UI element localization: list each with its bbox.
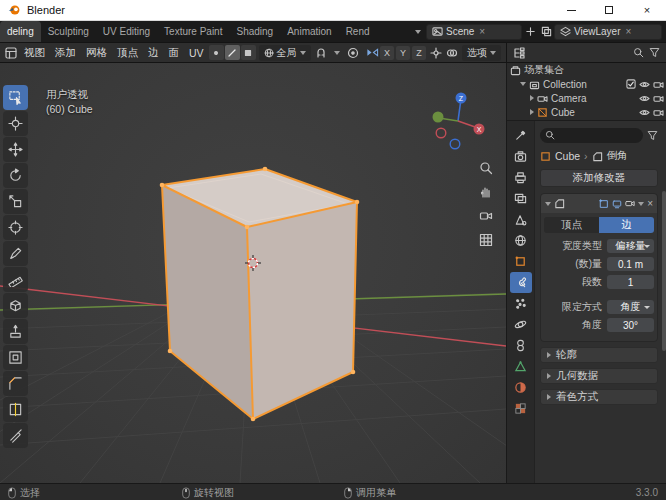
properties-search-input[interactable] <box>540 128 643 143</box>
menu-add[interactable]: 添加 <box>50 46 81 60</box>
render-visibility-camera-icon[interactable] <box>653 94 664 103</box>
outliner-editor-type-icon[interactable] <box>511 45 527 61</box>
properties-tab-physics[interactable] <box>510 314 532 335</box>
properties-tab-scene[interactable] <box>510 209 532 230</box>
workspace-tab-texture-paint[interactable]: Texture Paint <box>157 21 229 42</box>
toggle-realtime-icon[interactable] <box>612 199 622 209</box>
gizmo-y-axis[interactable] <box>433 112 444 123</box>
new-scene-icon[interactable] <box>522 24 538 40</box>
navigation-gizmo[interactable]: Z X <box>428 89 492 153</box>
hide-eye-icon[interactable] <box>639 80 650 89</box>
menu-face[interactable]: 面 <box>164 46 185 60</box>
properties-tab-constraints[interactable] <box>510 335 532 356</box>
exclude-checkbox-icon[interactable] <box>626 79 636 89</box>
tool-rotate[interactable] <box>3 163 28 188</box>
pan-hand-icon[interactable] <box>479 185 493 199</box>
snap-settings-icon[interactable] <box>329 45 345 61</box>
outliner-row-cube[interactable]: Cube <box>527 105 666 119</box>
tool-add-cube[interactable] <box>3 293 28 318</box>
properties-tab-object[interactable] <box>510 251 532 272</box>
properties-tab-world[interactable] <box>510 230 532 251</box>
hide-eye-icon[interactable] <box>639 94 650 103</box>
tool-knife[interactable] <box>3 423 28 448</box>
outliner-search-icon[interactable] <box>630 45 646 61</box>
properties-tab-tool[interactable] <box>510 125 532 146</box>
3d-viewport[interactable]: 用户透视 (60) Cube <box>0 63 506 483</box>
vertex-select-mode-button[interactable] <box>209 45 224 60</box>
render-visibility-camera-icon[interactable] <box>653 108 664 117</box>
menu-edge[interactable]: 边 <box>143 46 164 60</box>
modifier-close-icon[interactable]: × <box>647 198 653 209</box>
properties-tab-render[interactable] <box>510 146 532 167</box>
workspace-tab-shading[interactable]: Shading <box>229 21 280 42</box>
scene-selector[interactable]: Scene × <box>426 24 522 40</box>
grid-toggle-icon[interactable] <box>479 233 493 247</box>
properties-tab-modifiers[interactable] <box>510 272 532 293</box>
toggle-edit-mode-icon[interactable] <box>599 199 609 209</box>
render-visibility-camera-icon[interactable] <box>653 80 664 89</box>
toggle-render-icon[interactable] <box>625 199 635 209</box>
add-modifier-button[interactable]: 添加修改器 <box>540 169 658 187</box>
transform-orientation-dropdown[interactable]: 全局 <box>259 45 311 61</box>
outliner-scene-collection[interactable]: 场景集合 <box>507 63 666 77</box>
overlays-toggle-icon[interactable] <box>444 45 460 61</box>
tool-transform[interactable] <box>3 215 28 240</box>
gizmo-negative-z-axis[interactable] <box>450 139 460 149</box>
snap-magnet-icon[interactable] <box>313 45 329 61</box>
properties-scrollbar[interactable] <box>662 191 666 351</box>
view-layer-selector[interactable]: ViewLayer × <box>554 24 662 40</box>
workspace-tab-uv-editing[interactable]: UV Editing <box>96 21 157 42</box>
breadcrumb-modifier[interactable]: 倒角 <box>607 149 628 163</box>
modifier-extras-icon[interactable] <box>638 202 644 206</box>
remove-view-layer-icon[interactable]: × <box>626 26 632 37</box>
outliner-row-collection[interactable]: Collection <box>517 77 666 91</box>
properties-tab-view-layer[interactable] <box>510 188 532 209</box>
profile-section[interactable]: 轮廓 <box>540 347 658 363</box>
outliner-row-camera[interactable]: Camera <box>527 91 666 105</box>
menu-uv[interactable]: UV <box>184 47 209 59</box>
face-select-mode-button[interactable] <box>241 45 256 60</box>
segments-field[interactable]: 1 <box>607 275 654 289</box>
workspace-tab-animation[interactable]: Animation <box>280 21 338 42</box>
proportional-editing-icon[interactable] <box>345 45 361 61</box>
properties-tab-material[interactable] <box>510 377 532 398</box>
tool-select-box[interactable] <box>3 85 28 110</box>
workspace-tab-modeling[interactable]: deling <box>0 21 41 42</box>
modifier-header[interactable]: × <box>541 194 657 213</box>
options-dropdown[interactable]: 选项 <box>462 45 501 61</box>
properties-filter-icon[interactable] <box>647 130 658 141</box>
mirror-y-toggle[interactable]: Y <box>396 46 410 60</box>
gizmos-toggle-icon[interactable] <box>428 45 444 61</box>
editor-type-icon[interactable] <box>3 45 19 61</box>
workspace-tab-sculpting[interactable]: Sculpting <box>41 21 96 42</box>
properties-tab-particles[interactable] <box>510 293 532 314</box>
camera-view-icon[interactable] <box>479 209 493 223</box>
breadcrumb-object[interactable]: Cube <box>555 150 580 162</box>
properties-tab-object-data[interactable] <box>510 356 532 377</box>
workspace-tab-rendering[interactable]: Rend <box>339 21 377 42</box>
tool-scale[interactable] <box>3 189 28 214</box>
properties-tab-output[interactable] <box>510 167 532 188</box>
tool-move[interactable] <box>3 137 28 162</box>
copy-scene-icon[interactable] <box>538 24 554 40</box>
maximize-button[interactable] <box>590 0 628 20</box>
mirror-icon[interactable] <box>364 45 380 61</box>
tool-annotate[interactable] <box>3 241 28 266</box>
shading-section[interactable]: 着色方式 <box>540 389 658 405</box>
tool-inset-faces[interactable] <box>3 345 28 370</box>
tool-bevel[interactable] <box>3 371 28 396</box>
geometry-section[interactable]: 几何数据 <box>540 368 658 384</box>
minimize-button[interactable] <box>552 0 590 20</box>
width-type-dropdown[interactable]: 偏移量 <box>607 239 654 253</box>
edge-select-mode-button[interactable] <box>225 45 240 60</box>
close-button[interactable]: × <box>628 0 666 20</box>
zoom-icon[interactable] <box>479 161 493 175</box>
add-workspace-icon[interactable] <box>410 24 426 40</box>
unlink-scene-icon[interactable]: × <box>479 26 485 37</box>
menu-view[interactable]: 视图 <box>19 46 50 60</box>
properties-tab-texture[interactable] <box>510 398 532 419</box>
tool-cursor[interactable] <box>3 111 28 136</box>
tool-extrude-region[interactable] <box>3 319 28 344</box>
menu-vertex[interactable]: 顶点 <box>112 46 143 60</box>
modifier-expand-icon[interactable] <box>545 202 551 206</box>
